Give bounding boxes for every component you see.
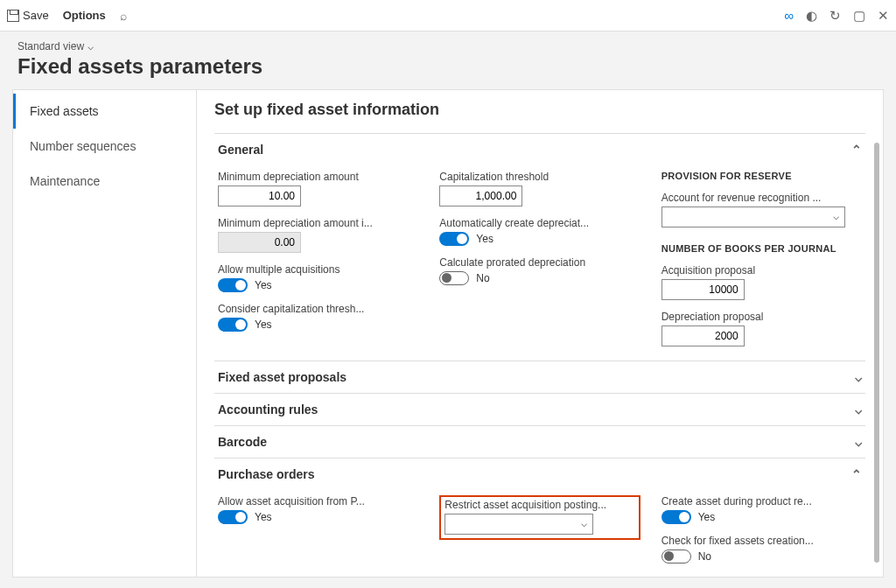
section-general-body: Minimum depreciation amount Minimum depr… — [214, 165, 865, 360]
allow-asset-acq-toggle[interactable] — [218, 510, 248, 524]
auto-create-toggle[interactable] — [439, 232, 469, 246]
section-title: General — [218, 143, 263, 157]
section-barcode-header[interactable]: Barcode ⌵ — [214, 426, 865, 458]
account-rev-select[interactable] — [662, 206, 845, 228]
section-barcode: Barcode ⌵ — [214, 425, 865, 458]
cap-thresh-input[interactable] — [439, 186, 522, 206]
section-purchase-orders: Purchase orders ⌃ Allow asset acquisitio… — [214, 458, 865, 577]
section-title: Barcode — [218, 435, 267, 449]
refresh-icon[interactable]: ↻ — [830, 8, 841, 24]
auto-create-field: Automatically create depreciat... Yes — [439, 217, 640, 246]
section-general-header[interactable]: General ⌃ — [214, 134, 865, 165]
sidebar-item-maintenance[interactable]: Maintenance — [13, 164, 196, 199]
chevron-down-icon: ⌵ — [88, 40, 94, 52]
search-button[interactable]: ⌕ — [120, 9, 127, 23]
calc-prorated-field: Calculate prorated depreciation No — [439, 256, 640, 285]
content-title: Set up fixed asset information — [214, 101, 865, 119]
save-button[interactable]: Save — [7, 9, 49, 22]
acq-proposal-input[interactable] — [662, 279, 745, 300]
min-depr-input[interactable] — [218, 186, 301, 206]
po-col3: Create asset during product re... Yes Ch… — [662, 495, 862, 564]
depr-proposal-field: Depreciation proposal — [662, 311, 862, 346]
cap-thresh-field: Capitalization threshold — [439, 171, 640, 206]
depr-proposal-input[interactable] — [662, 326, 745, 346]
link-icon[interactable]: ∞ — [784, 8, 794, 23]
acq-proposal-field: Acquisition proposal — [662, 264, 862, 300]
po-col1: Allow asset acquisition from P... Yes — [218, 495, 418, 564]
general-col2: Capitalization threshold Automatically c… — [439, 171, 640, 346]
restrict-field: Restrict asset acquisition posting... — [444, 499, 631, 535]
view-label: Standard view — [18, 40, 84, 52]
section-title: Accounting rules — [218, 402, 318, 416]
sidebar: Fixed assets Number sequences Maintenanc… — [13, 90, 197, 577]
toolbar-right: ∞ ◐ ↻ ▢ ✕ — [784, 8, 889, 24]
section-accounting-rules-header[interactable]: Accounting rules ⌵ — [214, 394, 865, 425]
main-panel: Fixed assets Number sequences Maintenanc… — [12, 89, 884, 578]
section-fixed-asset-proposals: Fixed asset proposals ⌵ — [214, 360, 865, 393]
toolbar-left: Save Options ⌕ — [7, 9, 127, 23]
section-title: Fixed asset proposals — [218, 370, 346, 384]
chevron-down-icon: ⌵ — [855, 435, 862, 449]
allow-multi-field: Allow multiple acquisitions Yes — [218, 263, 418, 292]
chevron-up-icon: ⌃ — [851, 467, 862, 481]
chevron-up-icon: ⌃ — [851, 143, 862, 157]
consider-cap-toggle[interactable] — [218, 318, 248, 332]
min-depr-in-input — [218, 232, 301, 253]
section-general: General ⌃ Minimum depreciation amount Mi… — [214, 133, 865, 360]
search-icon: ⌕ — [120, 9, 127, 23]
po-col2: Restrict asset acquisition posting... — [439, 495, 640, 564]
min-depr-in-field: Minimum depreciation amount i... — [218, 217, 418, 253]
toolbar: Save Options ⌕ ∞ ◐ ↻ ▢ ✕ — [0, 0, 896, 32]
save-label: Save — [23, 9, 49, 22]
general-col3: PROVISION FOR RESERVE Account for revenu… — [662, 171, 862, 346]
restrict-highlight: Restrict asset acquisition posting... — [439, 495, 640, 540]
consider-cap-field: Consider capitalization thresh... Yes — [218, 303, 418, 332]
attach-icon[interactable]: ▢ — [853, 8, 865, 24]
account-rev-field: Account for revenue recognition ... — [662, 192, 862, 228]
num-books-title: NUMBER OF BOOKS PER JOURNAL — [662, 243, 862, 254]
options-button[interactable]: Options — [63, 9, 106, 22]
page-header: Standard view ⌵ Fixed assets parameters — [0, 32, 896, 82]
save-icon — [7, 10, 19, 22]
book-icon[interactable]: ◐ — [806, 8, 817, 24]
check-fixed-toggle[interactable] — [662, 550, 691, 564]
provision-title: PROVISION FOR RESERVE — [662, 171, 862, 181]
create-asset-field: Create asset during product re... Yes — [662, 495, 862, 524]
scrollbar[interactable] — [874, 143, 879, 563]
restrict-select[interactable] — [444, 514, 593, 535]
section-purchase-orders-header[interactable]: Purchase orders ⌃ — [214, 458, 865, 490]
view-selector[interactable]: Standard view ⌵ — [18, 40, 878, 52]
sidebar-item-fixed-assets[interactable]: Fixed assets — [13, 94, 196, 129]
content-area: Set up fixed asset information General ⌃… — [197, 90, 883, 577]
close-icon[interactable]: ✕ — [878, 8, 889, 24]
allow-multi-toggle[interactable] — [218, 278, 248, 292]
section-accounting-rules: Accounting rules ⌵ — [214, 393, 865, 425]
section-title: Purchase orders — [218, 467, 315, 481]
min-depr-field: Minimum depreciation amount — [218, 171, 418, 206]
check-fixed-field: Check for fixed assets creation... No — [662, 535, 862, 564]
section-purchase-orders-body: Allow asset acquisition from P... Yes Re… — [214, 490, 865, 577]
allow-asset-acq-field: Allow asset acquisition from P... Yes — [218, 495, 418, 524]
section-fixed-asset-proposals-header[interactable]: Fixed asset proposals ⌵ — [214, 361, 865, 393]
page-title: Fixed assets parameters — [18, 54, 878, 79]
general-col1: Minimum depreciation amount Minimum depr… — [218, 171, 418, 346]
create-asset-toggle[interactable] — [662, 510, 691, 524]
chevron-down-icon: ⌵ — [855, 370, 862, 384]
calc-prorated-toggle[interactable] — [439, 271, 469, 285]
sidebar-item-number-sequences[interactable]: Number sequences — [13, 129, 196, 164]
chevron-down-icon: ⌵ — [855, 402, 862, 416]
